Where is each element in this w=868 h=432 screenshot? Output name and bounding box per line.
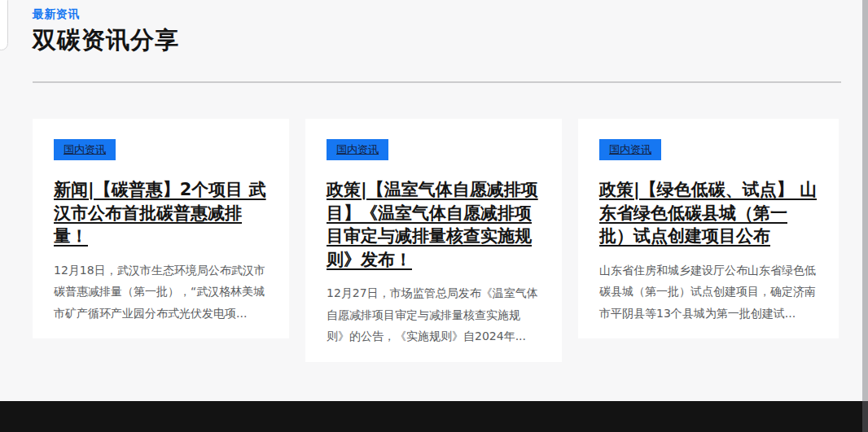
footer-bar	[0, 401, 868, 432]
section-divider	[33, 81, 841, 83]
news-section: 最新资讯 双碳资讯分享 国内资讯 新闻|【碳普惠】2个项目 武汉市公布首批碳普惠…	[0, 0, 868, 362]
news-cards-row: 国内资讯 新闻|【碳普惠】2个项目 武汉市公布首批碳普惠减排量！ 12月18日，…	[33, 119, 841, 362]
category-badge[interactable]: 国内资讯	[599, 139, 661, 160]
news-card: 国内资讯 新闻|【碳普惠】2个项目 武汉市公布首批碳普惠减排量！ 12月18日，…	[33, 119, 289, 338]
news-card-excerpt: 12月27日，市场监管总局发布《温室气体自愿减排项目审定与减排量核查实施规则》的…	[327, 282, 541, 347]
section-eyebrow: 最新资讯	[33, 7, 841, 22]
scroll-indicator	[0, 0, 8, 50]
scrollbar[interactable]	[862, 0, 868, 432]
news-card-title-link[interactable]: 新闻|【碳普惠】2个项目 武汉市公布首批碳普惠减排量！	[54, 178, 268, 248]
category-badge[interactable]: 国内资讯	[54, 139, 116, 160]
page-title: 双碳资讯分享	[33, 24, 841, 57]
news-card-excerpt: 12月18日，武汉市生态环境局公布武汉市碳普惠减排量（第一批），“武汉格林美城市…	[54, 260, 268, 325]
news-card: 国内资讯 政策|【绿色低碳、试点】 山东省绿色低碳县城（第一批）试点创建项目公布…	[578, 119, 839, 338]
news-card-excerpt: 山东省住房和城乡建设厅公布山东省绿色低碳县城（第一批）试点创建项目，确定济南市平…	[599, 260, 818, 325]
news-card-title-link[interactable]: 政策|【温室气体自愿减排项目】《温室气体自愿减排项目审定与减排量核查实施规则》发…	[327, 178, 541, 271]
category-badge[interactable]: 国内资讯	[327, 139, 388, 160]
news-card: 国内资讯 政策|【温室气体自愿减排项目】《温室气体自愿减排项目审定与减排量核查实…	[305, 119, 562, 362]
news-card-title-link[interactable]: 政策|【绿色低碳、试点】 山东省绿色低碳县城（第一批）试点创建项目公布	[599, 178, 818, 248]
